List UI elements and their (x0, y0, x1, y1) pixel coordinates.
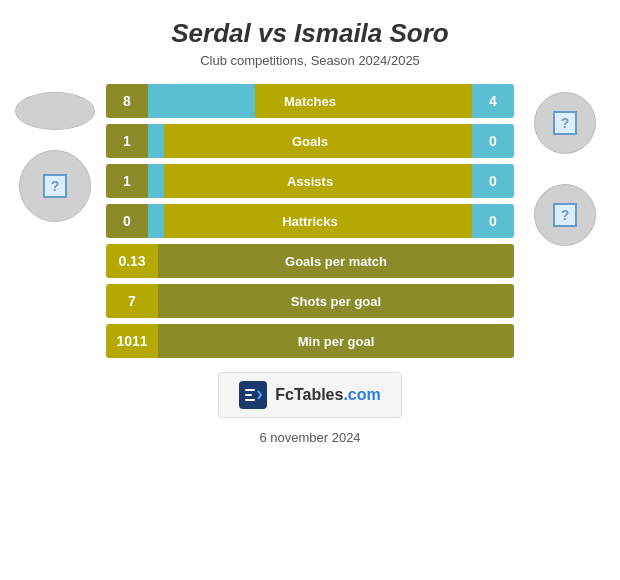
main-content: ? 8 Matches 4 1 Goals 0 1 (0, 74, 620, 358)
stat-right-assists: 0 (472, 164, 514, 198)
left-avatar-bottom: ? (19, 150, 91, 222)
stat-row-hattricks: 0 Hattricks 0 (106, 204, 514, 238)
stat-left-assists: 1 (106, 164, 148, 198)
stat-label-min_per_goal: Min per goal (158, 334, 514, 349)
fctables-icon (239, 381, 267, 409)
stat-label-shots_per_goal: Shots per goal (158, 294, 514, 309)
stat-bar-assists: Assists (148, 164, 472, 198)
stat-left-min_per_goal: 1011 (106, 324, 158, 358)
logo-area: FcTables.com (218, 372, 402, 418)
stat-row-goals_per_match: 0.13 Goals per match (106, 244, 514, 278)
stat-left-hattricks: 0 (106, 204, 148, 238)
right-avatar-bottom-question-icon: ? (553, 203, 577, 227)
stat-bar-shots_per_goal: Shots per goal (158, 284, 514, 318)
left-avatar-top (15, 92, 95, 130)
left-avatars: ? (10, 84, 100, 222)
right-avatars: ? ? (520, 84, 610, 246)
svg-rect-0 (239, 381, 267, 409)
stat-bar-hattricks: Hattricks (148, 204, 472, 238)
svg-rect-2 (245, 394, 252, 396)
stat-right-matches: 4 (472, 84, 514, 118)
right-avatar-bottom: ? (534, 184, 596, 246)
footer-date: 6 november 2024 (259, 430, 360, 445)
header: Serdal vs Ismaila Soro Club competitions… (151, 0, 468, 74)
stat-label-assists: Assists (148, 174, 472, 189)
stat-row-matches: 8 Matches 4 (106, 84, 514, 118)
stat-left-matches: 8 (106, 84, 148, 118)
stat-row-assists: 1 Assists 0 (106, 164, 514, 198)
stat-right-hattricks: 0 (472, 204, 514, 238)
stat-bar-goals: Goals (148, 124, 472, 158)
stat-bar-matches: Matches (148, 84, 472, 118)
page-subtitle: Club competitions, Season 2024/2025 (171, 53, 448, 68)
page-title: Serdal vs Ismaila Soro (171, 18, 448, 49)
right-avatar-top: ? (534, 92, 596, 154)
stat-left-shots_per_goal: 7 (106, 284, 158, 318)
left-avatar-question-icon: ? (43, 174, 67, 198)
stat-bar-goals_per_match: Goals per match (158, 244, 514, 278)
stat-label-goals_per_match: Goals per match (158, 254, 514, 269)
stat-row-goals: 1 Goals 0 (106, 124, 514, 158)
stat-row-min_per_goal: 1011 Min per goal (106, 324, 514, 358)
stat-left-goals_per_match: 0.13 (106, 244, 158, 278)
stat-label-hattricks: Hattricks (148, 214, 472, 229)
svg-rect-3 (245, 399, 255, 401)
stat-left-goals: 1 (106, 124, 148, 158)
stat-label-goals: Goals (148, 134, 472, 149)
right-avatar-top-question-icon: ? (553, 111, 577, 135)
stat-label-matches: Matches (148, 94, 472, 109)
logo-text: FcTables.com (275, 386, 381, 404)
stat-row-shots_per_goal: 7 Shots per goal (106, 284, 514, 318)
stat-right-goals: 0 (472, 124, 514, 158)
page-container: Serdal vs Ismaila Soro Club competitions… (0, 0, 620, 580)
stat-bar-min_per_goal: Min per goal (158, 324, 514, 358)
svg-rect-1 (245, 389, 255, 391)
stats-area: 8 Matches 4 1 Goals 0 1 Assists (106, 84, 514, 358)
